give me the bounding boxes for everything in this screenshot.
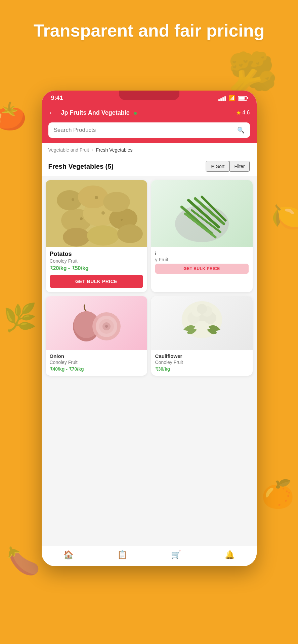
- onion-supplier: Conoley Fruit: [50, 360, 143, 365]
- cart-icon: 🛒: [171, 550, 181, 559]
- svg-point-27: [105, 325, 108, 328]
- potato-supplier: Conoley Fruit: [50, 258, 143, 264]
- onion-name: Onion: [50, 353, 143, 359]
- products-row-1: Potatos Conoley Fruit ₹20/kg - ₹50/kg GE…: [42, 176, 257, 296]
- phone-notch: [119, 91, 179, 100]
- svg-point-4: [78, 185, 108, 208]
- products-row-2: Onion Conoley Fruit ₹40/kg - ₹70/kg: [42, 296, 257, 380]
- cauliflower-image: [151, 296, 253, 350]
- filter-button[interactable]: Filter: [229, 161, 249, 172]
- nav-bar: ← Jp Fruits And Vegetable ★ 4.6: [42, 104, 257, 122]
- sort-icon: ⊟: [211, 164, 215, 169]
- product-card-beans: i y Fruit GET BULK PRICE: [151, 180, 253, 292]
- product-card-cauliflower: Cauliflower Conoley Fruit ₹30/kg: [151, 296, 253, 376]
- nav-item-cart[interactable]: 🛒: [171, 550, 181, 559]
- bottom-nav: 🏠 📋 🛒 🔔: [42, 546, 257, 566]
- potato-info: Potatos Conoley Fruit ₹20/kg - ₹50/kg GE…: [46, 247, 147, 292]
- breadcrumb-parent: Vegetable and Fruit: [48, 147, 89, 153]
- svg-point-12: [72, 198, 74, 201]
- svg-point-7: [87, 225, 119, 246]
- svg-point-6: [63, 228, 90, 247]
- battery-icon: [238, 96, 247, 101]
- wifi-icon: 📶: [228, 95, 235, 101]
- search-icon: 🔍: [237, 126, 245, 134]
- cauliflower-info: Cauliflower Conoley Fruit ₹30/kg: [151, 350, 253, 376]
- status-time: 9:41: [51, 95, 63, 102]
- beans-info: i y Fruit GET BULK PRICE: [151, 247, 253, 278]
- content-area: Vegetable and Fruit › Fresh Vegetables F…: [42, 143, 257, 546]
- status-icons: 📶: [218, 95, 247, 101]
- cauliflower-supplier: Conoley Fruit: [155, 360, 249, 365]
- svg-point-3: [57, 190, 82, 210]
- potato-image: [46, 180, 147, 247]
- section-title: Fresh Vegetables (5): [48, 163, 114, 170]
- beans-bulk-button[interactable]: GET BULK PRICE: [155, 264, 249, 274]
- svg-point-9: [80, 217, 83, 220]
- store-rating: ★ 4.6: [236, 110, 250, 116]
- search-input[interactable]: [54, 127, 237, 133]
- sort-button[interactable]: ⊟ Sort: [206, 161, 229, 172]
- svg-point-5: [103, 192, 130, 212]
- beans-image: [151, 180, 253, 247]
- online-indicator: [134, 112, 137, 115]
- onion-info: Onion Conoley Fruit ₹40/kg - ₹70/kg: [46, 350, 147, 376]
- star-icon: ★: [236, 110, 241, 116]
- hero-title: Transparent and fair pricing: [0, 20, 298, 41]
- back-button[interactable]: ←: [48, 108, 56, 117]
- breadcrumb-separator: ›: [92, 147, 93, 153]
- potato-name: Potatos: [50, 251, 143, 258]
- breadcrumb: Vegetable and Fruit › Fresh Vegetables: [42, 143, 257, 157]
- search-input-wrap[interactable]: 🔍: [48, 122, 250, 138]
- sort-filter-group: ⊟ Sort Filter: [206, 161, 250, 172]
- store-name: Jp Fruits And Vegetable: [61, 109, 231, 116]
- nav-item-notifications[interactable]: 🔔: [225, 550, 235, 559]
- home-icon: 🏠: [63, 550, 74, 559]
- nav-item-orders[interactable]: 📋: [117, 550, 127, 559]
- nav-item-home[interactable]: 🏠: [63, 550, 74, 559]
- svg-point-13: [95, 196, 98, 199]
- potato-price: ₹20/kg - ₹50/kg: [50, 265, 143, 271]
- product-card-potatoes: Potatos Conoley Fruit ₹20/kg - ₹50/kg GE…: [46, 180, 147, 292]
- breadcrumb-current: Fresh Vegetables: [96, 147, 133, 153]
- svg-point-11: [121, 219, 123, 221]
- search-bar-container: 🔍: [42, 122, 257, 143]
- cauliflower-price: ₹30/kg: [155, 366, 249, 372]
- product-card-onion: Onion Conoley Fruit ₹40/kg - ₹70/kg: [46, 296, 147, 376]
- svg-point-8: [117, 224, 143, 243]
- phone-frame: 9:41 📶 ← Jp Fruits And Vegetable ★ 4.6: [42, 91, 257, 566]
- onion-image: [46, 296, 147, 350]
- notifications-icon: 🔔: [225, 550, 235, 559]
- orders-icon: 📋: [117, 550, 127, 559]
- cauliflower-name: Cauliflower: [155, 353, 249, 359]
- onion-price: ₹40/kg - ₹70/kg: [50, 366, 143, 372]
- beans-name: i: [155, 251, 249, 256]
- beans-supplier: y Fruit: [155, 257, 249, 262]
- svg-point-34: [197, 304, 207, 314]
- svg-point-10: [101, 211, 105, 215]
- section-header: Fresh Vegetables (5) ⊟ Sort Filter: [42, 157, 257, 176]
- potato-bulk-button[interactable]: GET BULK PRICE: [50, 275, 143, 288]
- signal-icon: [218, 96, 226, 101]
